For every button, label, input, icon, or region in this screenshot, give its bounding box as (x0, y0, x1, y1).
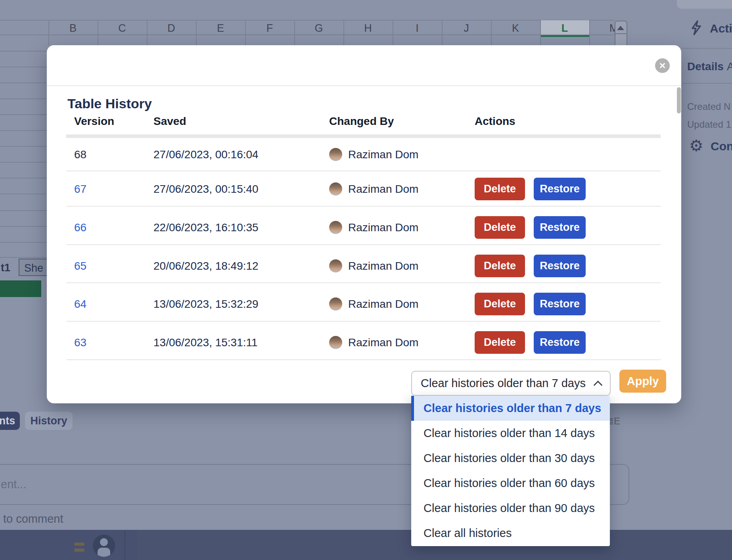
col-header-version: Version (74, 113, 114, 129)
row-separator (66, 282, 661, 283)
version-link[interactable]: 65 (74, 255, 86, 277)
avatar-body (98, 548, 110, 557)
user-avatar (329, 148, 342, 161)
restore-button[interactable]: Restore (534, 178, 586, 200)
apply-button[interactable]: Apply (619, 370, 666, 393)
changed-by-name: Raziman Dom (348, 331, 418, 354)
version-link[interactable]: 66 (74, 216, 86, 239)
changed-by-name: Raziman Dom (348, 216, 418, 239)
chevron-up-icon (594, 381, 603, 390)
restore-button[interactable]: Restore (534, 293, 586, 315)
sidebar-updated-label: Updated 1 (687, 119, 731, 130)
menu-option-60-days[interactable]: Clear histories older than 60 days (411, 471, 610, 496)
selected-cell-strip (0, 280, 41, 297)
grid-vline (393, 20, 393, 45)
column-header-c: C (113, 22, 131, 35)
version-link[interactable]: 63 (74, 331, 86, 354)
tab-history[interactable]: History (25, 412, 73, 430)
delete-button[interactable]: Delete (475, 255, 525, 277)
delete-button[interactable]: Delete (475, 216, 525, 239)
sidebar-actions-label[interactable]: Actio (710, 22, 732, 35)
restore-button[interactable]: Restore (534, 255, 586, 277)
row-separator (66, 206, 661, 207)
modal-scrollbar-thumb[interactable] (677, 87, 681, 113)
sheet-tab-she[interactable]: She (19, 259, 48, 276)
delete-button[interactable]: Delete (475, 178, 525, 200)
saved-timestamp: 27/06/2023, 00:16:04 (153, 143, 259, 166)
header-top-line (0, 20, 615, 21)
sidebar-created-label: Created N (687, 101, 730, 112)
column-header-b: B (64, 22, 82, 35)
sheet-tab-partial[interactable]: t1 (1, 262, 10, 274)
table-row: 64 13/06/2023, 15:32:29 Raziman Dom Dele… (67, 293, 661, 315)
changed-by-name: Raziman Dom (348, 178, 418, 200)
table-header-bar (66, 134, 661, 138)
grid-hline (0, 98, 47, 99)
grid-vline (196, 20, 197, 45)
comment-hint: to comment (3, 512, 63, 525)
column-header-e: E (212, 22, 229, 35)
sidebar-tab-partial[interactable]: A (727, 60, 732, 73)
sidebar-separator (682, 48, 732, 49)
grid-hline (0, 257, 47, 258)
menu-option-clear-all[interactable]: Clear all histories (411, 521, 610, 546)
restore-button[interactable]: Restore (534, 331, 586, 354)
changed-by-name: Raziman Dom (348, 293, 418, 315)
version-value: 68 (74, 143, 86, 166)
toolbar-divider (125, 530, 125, 560)
grid-hline (0, 82, 47, 83)
tab-comments-partial[interactable]: nts (0, 412, 20, 430)
grid-vline (48, 20, 49, 45)
grid-hline (0, 67, 47, 67)
version-link[interactable]: 64 (74, 293, 86, 315)
user-avatar (329, 182, 342, 196)
row-separator (66, 244, 661, 245)
delete-button[interactable]: Delete (475, 331, 525, 354)
row-separator (66, 321, 661, 322)
clear-histories-menu: Clear histories older than 7 days Clear … (411, 396, 610, 546)
modal-title: Table History (67, 96, 152, 111)
scroll-up-icon[interactable] (617, 26, 624, 30)
changed-by-name: Raziman Dom (348, 255, 418, 277)
row-separator (66, 171, 661, 171)
col-header-saved: Saved (153, 113, 186, 129)
grid-hline (0, 178, 47, 178)
sidebar-config-label[interactable]: Con (711, 140, 732, 153)
menu-option-90-days[interactable]: Clear histories older than 90 days (411, 496, 610, 521)
clear-histories-select[interactable]: Clear histories older than 7 days (411, 371, 611, 396)
grid-vline (491, 20, 492, 45)
column-header-h: H (359, 22, 377, 35)
menu-option-7-days[interactable]: Clear histories older than 7 days (411, 396, 610, 421)
delete-button[interactable]: Delete (475, 293, 525, 315)
app-screen: B C D E F G H I J K L M t1 She Actio (0, 0, 732, 560)
grid-hline (0, 194, 47, 194)
user-avatar-icon[interactable] (93, 535, 115, 557)
comment-placeholder: ent... (1, 478, 27, 491)
header-bottom-line (0, 35, 615, 35)
lightning-icon (689, 20, 703, 36)
equals-icon (74, 548, 84, 552)
restore-button[interactable]: Restore (534, 216, 586, 239)
table-history-modal: Table History ✕ Version Saved Changed By… (47, 45, 681, 403)
sidebar-tab-details[interactable]: Details (687, 60, 724, 73)
table-row: 66 22/06/2023, 16:10:35 Raziman Dom Dele… (67, 216, 661, 239)
table-row: 68 27/06/2023, 00:16:04 Raziman Dom (67, 143, 661, 166)
gear-icon: ⚙ (689, 136, 703, 155)
close-icon[interactable]: ✕ (655, 58, 670, 73)
grid-hline (0, 130, 47, 131)
grid-hline (0, 210, 47, 211)
grid-vline (98, 20, 98, 45)
version-link[interactable]: 67 (74, 178, 86, 200)
grid-hline (0, 146, 47, 147)
menu-option-30-days[interactable]: Clear histories older than 30 days (411, 446, 610, 471)
saved-timestamp: 13/06/2023, 15:32:29 (153, 293, 259, 315)
col-header-changed-by: Changed By (329, 113, 394, 129)
table-row: 67 27/06/2023, 00:15:40 Raziman Dom Dele… (67, 178, 661, 200)
table-row: 65 20/06/2023, 18:49:12 Raziman Dom Dele… (67, 255, 661, 277)
menu-option-14-days[interactable]: Clear histories older than 14 days (411, 421, 610, 446)
saved-timestamp: 27/06/2023, 00:15:40 (153, 178, 259, 200)
user-avatar (329, 336, 342, 349)
grid-hline (0, 226, 47, 227)
grid-vline (147, 20, 148, 45)
grid-hline (0, 114, 47, 115)
